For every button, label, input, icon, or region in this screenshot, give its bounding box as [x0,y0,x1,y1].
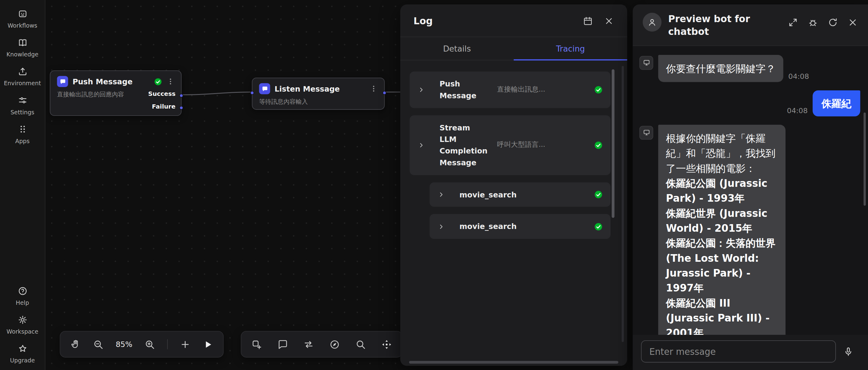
workflows-icon [18,9,28,19]
sidebar-item-label: Workflows [7,22,37,29]
sidebar-item-upgrade[interactable]: Upgrade [0,344,45,364]
knowledge-icon [18,37,28,48]
port-dot-in[interactable] [250,91,254,95]
log-horizontal-scrollbar[interactable] [409,361,618,364]
kebab-menu-icon[interactable] [370,85,378,93]
run-icon[interactable] [203,339,213,350]
tab-details[interactable]: Details [400,37,514,60]
add-icon[interactable] [180,339,190,350]
chevron-right-icon[interactable] [437,191,445,199]
calendar-icon[interactable] [583,16,593,26]
trace-name: movie_search [460,221,587,232]
message-icon [57,76,68,87]
close-icon[interactable] [847,17,858,28]
port-dot-success[interactable] [179,94,183,98]
add-block-icon[interactable] [251,339,262,350]
chat-message-user: 04:08 侏羅紀 [639,90,860,116]
message-time: 04:08 [788,72,809,80]
trace-row-movie-search-2[interactable]: movie_search [430,214,611,239]
bot-message-bubble: 根據你的關鍵字「侏羅紀」和「恐龍」，我找到了一些相關的電影： 侏羅紀公園 (Ju… [658,125,785,335]
message-icon [259,83,270,94]
chevron-right-icon[interactable] [437,223,445,231]
sidebar-item-help[interactable]: Help [0,286,45,306]
optimize-icon[interactable] [330,339,340,350]
log-panel-scrollbar[interactable] [622,66,624,342]
movie-result: 侏羅紀公園 III (Jurassic Park III) - 2001年 [666,295,778,335]
chat-input-row [633,335,868,370]
environment-icon [18,66,28,77]
fit-view-icon[interactable] [381,339,392,350]
sidebar-item-environment[interactable]: Environment [0,66,45,86]
sidebar-item-knowledge[interactable]: Knowledge [0,37,45,58]
debug-icon[interactable] [808,17,818,28]
port-dot-failure[interactable] [179,106,183,110]
sidebar-bottom-group: Help Workspace Upgrade [0,286,45,364]
sidebar-item-label: Help [16,299,29,306]
screenshot-root: Workflows Knowledge Environment Settings… [0,0,868,370]
sidebar-item-label: Knowledge [6,51,38,58]
zoom-in-icon[interactable] [145,339,155,350]
trace-name: Push Message [439,78,487,101]
refresh-icon[interactable] [828,17,838,28]
bot-avatar-icon [639,56,653,70]
bot-avatar [643,13,661,32]
sidebar-item-apps[interactable]: Apps [0,124,45,144]
workspace-icon [18,315,28,325]
tab-tracing[interactable]: Tracing [514,37,627,60]
trace-row-push-message[interactable]: Push Message 直接輸出訊息... [410,72,611,108]
pan-hand-icon[interactable] [70,339,81,350]
sidebar-item-workflows[interactable]: Workflows [0,9,45,29]
bot-message-bubble: 你要查什麼電影關鍵字？ [658,55,783,82]
trace-name: movie_search [460,189,587,200]
log-title: Log [413,16,572,27]
expand-icon[interactable] [788,17,798,28]
user-message-bubble: 侏羅紀 [813,90,860,116]
sidebar-top-group: Workflows Knowledge Environment Settings… [0,9,45,144]
zoom-out-icon[interactable] [93,339,103,350]
bot-avatar-icon [639,126,653,140]
node-header: Listen Message [259,83,377,94]
trace-desc: 呼叫大型語言... [494,140,587,150]
success-badge-icon [594,190,603,199]
canvas-zoom-toolbar: 85% [60,331,223,358]
node-ports: Success Failure [148,90,175,111]
port-dot-out[interactable] [382,91,386,95]
canvas-tools-toolbar [241,331,403,358]
auto-layout-icon[interactable] [304,339,314,350]
sidebar-item-label: Environment [4,80,41,86]
port-success[interactable]: Success [148,90,175,98]
sidebar-item-label: Settings [10,109,34,115]
sidebar-item-workspace[interactable]: Workspace [0,315,45,335]
tab-label: Details [443,44,471,53]
port-failure[interactable]: Failure [152,103,176,111]
message-input[interactable] [641,340,836,363]
chat-message-bot-results: 根據你的關鍵字「侏羅紀」和「恐龍」，我找到了一些相關的電影： 侏羅紀公園 (Ju… [639,125,860,335]
log-scrollbar-thumb[interactable] [612,69,615,218]
node-listen-message[interactable]: Listen Message 等待訊息內容輸入 [252,78,385,110]
sidebar-item-label: Apps [15,137,29,144]
tab-label: Tracing [556,44,585,53]
toolbar-divider [167,339,168,349]
success-badge-icon [594,85,603,94]
kebab-menu-icon[interactable] [166,78,175,86]
comment-icon[interactable] [277,339,288,350]
log-tabs: Details Tracing [400,37,627,60]
chat-scrollbar-thumb[interactable] [864,113,866,206]
message-time: 04:08 [787,107,807,115]
close-icon[interactable] [604,16,614,26]
sidebar-item-label: Upgrade [10,357,35,364]
mic-icon[interactable] [843,346,854,357]
node-push-message[interactable]: Push Message 直接輸出訊息的回應內容 Success Failure [50,70,182,116]
chevron-right-icon[interactable] [417,141,425,149]
sidebar: Workflows Knowledge Environment Settings… [0,0,45,370]
trace-row-movie-search-1[interactable]: movie_search [430,182,611,207]
app-window: Workflows Knowledge Environment Settings… [0,0,868,370]
upgrade-icon [18,344,28,353]
trace-row-stream-llm[interactable]: Stream LLM Completion Message 呼叫大型語言... [410,115,611,175]
zoom-level[interactable]: 85% [116,340,132,348]
chevron-right-icon[interactable] [417,86,425,94]
trace-name: Stream LLM Completion Message [439,122,487,168]
preview-title: Preview bot for chatbot [668,13,756,38]
search-icon[interactable] [355,339,366,350]
sidebar-item-settings[interactable]: Settings [0,95,45,115]
